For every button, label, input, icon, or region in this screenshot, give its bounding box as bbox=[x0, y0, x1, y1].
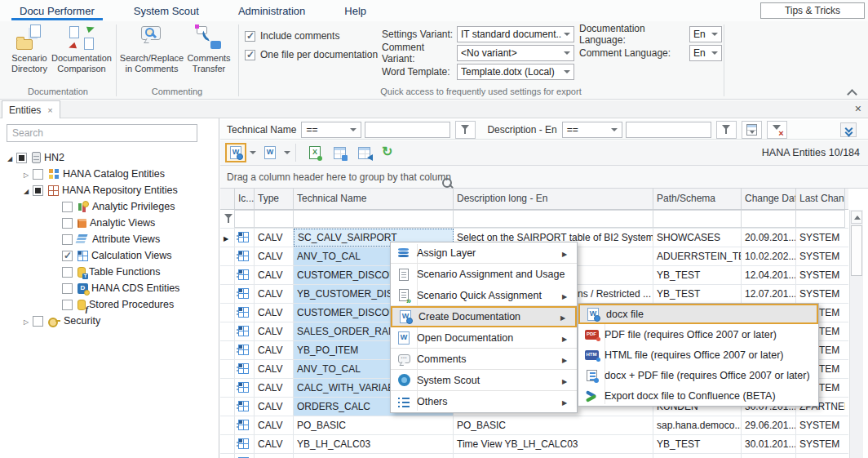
context-menu-item[interactable]: Others bbox=[391, 391, 577, 412]
grid-filter-cell[interactable] bbox=[294, 210, 454, 228]
apply-filter-button[interactable] bbox=[455, 121, 476, 139]
tab-close-icon[interactable]: × bbox=[47, 105, 52, 115]
column-header[interactable]: Description long - En bbox=[454, 189, 653, 209]
submenu-item[interactable]: docx + PDF file (requires Office 2007 or… bbox=[578, 365, 818, 385]
filter-op2-dropdown[interactable]: == bbox=[562, 122, 622, 138]
context-menu-item[interactable]: Open Documentation bbox=[391, 327, 577, 349]
column-header[interactable]: Technical Name bbox=[294, 189, 454, 209]
restore-layout-button[interactable] bbox=[353, 143, 374, 162]
technical-name-cell[interactable]: PO_BASIC bbox=[294, 416, 454, 434]
context-menu-item[interactable]: Scenario Quick Assignment bbox=[391, 285, 577, 306]
menu-system-scout[interactable]: System Scout bbox=[114, 0, 219, 21]
save-layout-button[interactable] bbox=[329, 143, 350, 162]
checkbox[interactable] bbox=[62, 234, 73, 245]
checkbox[interactable] bbox=[62, 218, 73, 229]
vertical-scrollbar[interactable] bbox=[849, 210, 863, 458]
ribbon-checkbox[interactable]: Include comments bbox=[245, 28, 378, 44]
filter-button[interactable] bbox=[716, 121, 737, 139]
table-row[interactable]: CALVYB_LH_CALC03Time View YB_LH_CALC03YB… bbox=[220, 435, 848, 454]
checkbox[interactable] bbox=[62, 251, 73, 261]
menu-help[interactable]: Help bbox=[325, 0, 386, 21]
clear-filter-button[interactable] bbox=[767, 121, 787, 139]
expander-icon[interactable] bbox=[49, 265, 62, 278]
filter-value1-input[interactable] bbox=[365, 122, 450, 138]
filter-value2-input[interactable] bbox=[626, 122, 711, 138]
collapse-ribbon-icon[interactable] bbox=[847, 88, 857, 96]
dropdown[interactable]: En bbox=[689, 26, 722, 42]
tree-item[interactable]: Calculation Views bbox=[0, 247, 219, 264]
expander-icon[interactable] bbox=[20, 184, 33, 197]
expander-icon[interactable] bbox=[49, 282, 62, 295]
magnifier-icon[interactable] bbox=[441, 177, 453, 189]
expand-filter-button[interactable] bbox=[840, 122, 857, 137]
column-header[interactable]: Path/Schema bbox=[653, 189, 742, 209]
tree-item[interactable]: Analytic Views bbox=[0, 215, 219, 231]
tree-item[interactable]: HANA CDS Entities bbox=[0, 280, 219, 296]
expander-icon[interactable] bbox=[49, 200, 62, 213]
filter-layout-button[interactable] bbox=[742, 121, 762, 139]
checkbox[interactable] bbox=[62, 267, 73, 278]
filter-op1-dropdown[interactable]: == bbox=[301, 122, 361, 138]
context-menu-item[interactable]: Scenario Assignment and Usage bbox=[391, 264, 577, 285]
tree-item[interactable]: Stored Procedures bbox=[0, 296, 219, 313]
scrollbar-thumb[interactable] bbox=[851, 225, 862, 276]
tab-entities[interactable]: Entities × bbox=[2, 100, 60, 118]
submenu-item[interactable]: PDF file (requires Office 2007 or later) bbox=[578, 324, 818, 345]
expander-icon[interactable] bbox=[49, 249, 62, 262]
search-replace-comments-button[interactable]: Search/Replace in Comments bbox=[122, 24, 181, 85]
ribbon-checkbox[interactable]: One file per documentation bbox=[245, 47, 378, 63]
dropdown[interactable]: Template.dotx (Local) bbox=[457, 64, 574, 80]
column-header[interactable]: Ic... bbox=[235, 189, 255, 209]
context-menu-item[interactable]: Create Documentation bbox=[391, 306, 577, 327]
checkbox[interactable] bbox=[62, 283, 73, 294]
dropdown[interactable]: <No variant> bbox=[457, 45, 574, 61]
table-row[interactable]: CALVPO_BASICPO_BASICsap.hana.democo...29… bbox=[220, 416, 848, 435]
checkbox[interactable] bbox=[33, 169, 43, 180]
comments-transfer-button[interactable]: Comments Transfer bbox=[183, 24, 235, 85]
documentation-comparison-button[interactable]: Documentation Comparison bbox=[54, 24, 109, 85]
menu-docu-performer[interactable]: Docu Performer bbox=[0, 0, 114, 21]
scenario-directory-button[interactable]: Scenario Directory bbox=[2, 24, 57, 85]
context-menu-item[interactable]: Comments bbox=[391, 349, 577, 370]
context-menu-item[interactable]: System Scout bbox=[391, 370, 577, 391]
checkbox[interactable] bbox=[33, 316, 43, 327]
create-docx-button[interactable] bbox=[225, 143, 246, 162]
checkbox[interactable] bbox=[62, 202, 73, 212]
export-excel-button[interactable] bbox=[304, 143, 326, 162]
checkbox[interactable] bbox=[33, 185, 43, 196]
submenu-item[interactable]: HTML file (requires Office 2007 or later… bbox=[578, 345, 818, 365]
menu-administration[interactable]: Administration bbox=[219, 0, 325, 21]
tips-tricks-button[interactable]: Tips & Tricks bbox=[760, 2, 865, 19]
tree-item[interactable]: HN2 bbox=[0, 149, 219, 166]
technical-name-cell[interactable] bbox=[294, 454, 454, 458]
create-docx-dropdown[interactable] bbox=[246, 143, 256, 162]
open-docx-dropdown[interactable] bbox=[281, 143, 290, 162]
close-icon[interactable]: × bbox=[855, 102, 861, 115]
tree-item[interactable]: Analytic Privileges bbox=[0, 198, 219, 215]
expander-icon[interactable] bbox=[20, 167, 33, 180]
scroll-up-icon[interactable] bbox=[851, 211, 862, 224]
expander-icon[interactable] bbox=[49, 298, 62, 311]
submenu-item[interactable]: docx file bbox=[578, 304, 818, 324]
tree-item[interactable]: HANA Repository Entities bbox=[0, 182, 219, 198]
group-by-bar[interactable]: Drag a column header here to group by th… bbox=[220, 166, 868, 189]
open-docx-button[interactable] bbox=[259, 143, 281, 162]
expander-icon[interactable] bbox=[49, 216, 62, 229]
expander-icon[interactable] bbox=[49, 233, 62, 246]
tree-item[interactable]: Security bbox=[0, 313, 219, 329]
tree-item[interactable]: HANA Catalog Entities bbox=[0, 166, 219, 182]
column-header[interactable]: Last Chan... bbox=[796, 189, 845, 209]
search-input[interactable] bbox=[7, 124, 197, 142]
dropdown[interactable]: En bbox=[689, 45, 722, 61]
tree-item[interactable]: Table Functions bbox=[0, 264, 219, 280]
context-menu-item[interactable]: Assign Layer bbox=[391, 242, 577, 264]
technical-name-cell[interactable]: YB_LH_CALC03 bbox=[294, 435, 454, 453]
checkbox[interactable] bbox=[16, 153, 27, 163]
dropdown[interactable]: IT standard document... bbox=[457, 26, 574, 42]
grid-filter-cell[interactable] bbox=[454, 210, 653, 228]
column-header[interactable]: Type bbox=[255, 189, 294, 209]
table-row[interactable] bbox=[220, 454, 848, 458]
submenu-item[interactable]: Export docx file to Confluence (BETA) bbox=[578, 385, 818, 406]
checkbox[interactable] bbox=[62, 300, 73, 310]
tree-item[interactable]: Attribute Views bbox=[0, 231, 219, 247]
